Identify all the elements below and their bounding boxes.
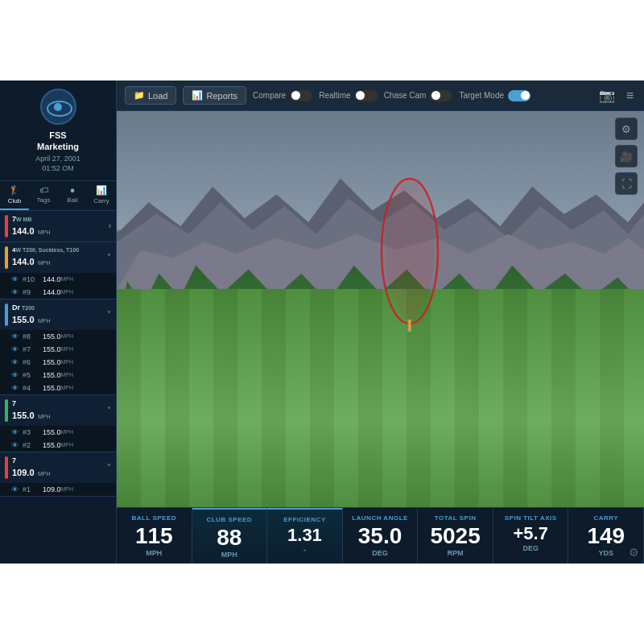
club-color-7g xyxy=(5,399,8,422)
stat-value: 35.0 xyxy=(358,525,402,547)
menu-button[interactable]: ≡ xyxy=(624,86,636,105)
list-item: 👁 #8 155.0 MPH xyxy=(0,330,116,343)
tab-tags-label: Tags xyxy=(37,196,51,204)
sub-club-name: #7 xyxy=(23,345,39,353)
stat-total-spin: TOTAL SPIN 5025 RPM xyxy=(418,508,493,564)
club-color-7r xyxy=(5,456,8,479)
chasecam-toggle[interactable] xyxy=(430,90,452,101)
sub-club-name: #3 xyxy=(23,428,39,436)
club-info-7g: 7 155.0 MPH xyxy=(12,399,104,422)
club-subitems-7r: 👁 #1 109.0 MPH xyxy=(0,483,116,496)
sub-club-speed: 155.0 xyxy=(43,384,61,392)
realtime-toggle[interactable] xyxy=(355,90,378,101)
club-group-dr-header[interactable]: Dr T200 155.0 MPH ˅ xyxy=(0,299,116,330)
view-icons: ⚙ 🎥 ⛶ xyxy=(615,118,638,195)
sub-club-speed: 144.0 xyxy=(43,288,61,296)
stat-label: CLUB SPEED xyxy=(207,516,253,523)
expand-view-button[interactable]: ⛶ xyxy=(615,172,638,195)
settings-view-button[interactable]: ⚙ xyxy=(615,118,638,140)
carry-icon: 📊 xyxy=(96,185,107,196)
club-speed-7g: 155.0 xyxy=(12,411,35,420)
eye-icon: 👁 xyxy=(11,288,19,296)
stat-efficiency: EFFICIENCY 1.31 - xyxy=(267,508,343,564)
main-area: 📁 Load 📊 Reports Compare Realtime Chase … xyxy=(117,80,644,564)
realtime-toggle-group: Realtime xyxy=(319,90,377,101)
sub-club-speed: 155.0 xyxy=(43,371,61,379)
targetmode-toggle-group: Target Mode xyxy=(459,90,530,101)
targetmode-toggle[interactable] xyxy=(508,90,530,101)
stats-gear-button[interactable]: ⚙ xyxy=(629,546,639,559)
list-item: 👁 #2 155.0 MPH xyxy=(0,439,116,452)
list-item: 👁 #3 155.0 MPH xyxy=(0,426,116,439)
golf-course xyxy=(117,111,644,507)
eye-icon: 👁 xyxy=(11,428,19,436)
video-button[interactable]: 📷 xyxy=(597,85,617,105)
sub-club-speed: 155.0 xyxy=(43,332,61,341)
tab-club-label: Club xyxy=(8,197,21,204)
sub-club-name: #10 xyxy=(23,275,39,283)
list-item: 👁 #1 109.0 MPH xyxy=(0,483,116,496)
load-label: Load xyxy=(148,91,167,101)
sub-club-name: #8 xyxy=(23,332,39,341)
compare-toggle[interactable] xyxy=(290,90,312,101)
stat-label: LAUNCH ANGLE xyxy=(352,514,408,522)
club-info-4w: 4W T200, Suckless, T100 144.0 MPH xyxy=(12,246,104,268)
stat-label: SPIN TILT AXIS xyxy=(505,514,557,522)
eye-icon: 👁 xyxy=(11,485,19,493)
club-name-7g: 7 xyxy=(12,399,104,407)
club-info-dr: Dr T200 155.0 MPH xyxy=(12,303,104,326)
club-subitems-dr: 👁 #8 155.0 MPH 👁 #7 155.0 MPH 👁 #6 xyxy=(0,330,116,394)
club-group-7w-header[interactable]: 7W MB 144.0 MPH › xyxy=(0,211,116,242)
tab-tags[interactable]: 🏷 Tags xyxy=(29,181,58,210)
stat-label: BALL SPEED xyxy=(132,514,177,522)
club-group-7r-header[interactable]: 7 109.0 MPH ˅ xyxy=(0,452,116,483)
chevron-7g: ˅ xyxy=(107,406,111,415)
sub-club-name: #1 xyxy=(23,485,39,493)
chevron-7w: › xyxy=(109,221,111,230)
tab-carry-label: Carry xyxy=(93,197,109,204)
chevron-dr: ˅ xyxy=(107,310,111,319)
tags-icon: 🏷 xyxy=(39,185,48,195)
eye-icon: 👁 xyxy=(11,441,19,449)
sidebar-tabs: 🏌 Club 🏷 Tags ● Ball 📊 Carry xyxy=(0,181,116,211)
chasecam-toggle-group: Chase Cam xyxy=(384,90,453,101)
list-item: 👁 #5 155.0 MPH xyxy=(0,369,116,382)
club-group-7g-header[interactable]: 7 155.0 MPH ˅ xyxy=(0,395,116,426)
compare-toggle-group: Compare xyxy=(253,90,312,101)
eye-icon: 👁 xyxy=(11,345,19,353)
profile-name: FSSMarketing xyxy=(37,130,79,153)
folder-icon: 📁 xyxy=(134,90,145,101)
club-group-4w-header[interactable]: 4W T200, Suckless, T100 144.0 MPH ˅ xyxy=(0,242,116,273)
eye-icon: 👁 xyxy=(11,275,19,283)
list-item: 👁 #6 155.0 MPH xyxy=(0,356,116,369)
load-button[interactable]: 📁 Load xyxy=(125,86,176,105)
sidebar: FSSMarketing April 27, 2001 01:52 OM 🏌 C… xyxy=(0,80,117,564)
stat-unit: DEG xyxy=(372,549,388,557)
club-speed-4w: 144.0 xyxy=(12,257,35,266)
tab-ball[interactable]: ● Ball xyxy=(58,181,87,210)
stat-club-speed: CLUB SPEED 88 MPH xyxy=(192,508,268,564)
club-name-dr: Dr T200 xyxy=(12,303,104,312)
reports-button[interactable]: 📊 Reports xyxy=(183,86,246,105)
stat-value: +5.7 xyxy=(513,525,547,543)
reports-label: Reports xyxy=(206,91,237,101)
tab-carry[interactable]: 📊 Carry xyxy=(87,181,116,210)
club-group-7r: 7 109.0 MPH ˅ 👁 #1 109.0 MPH xyxy=(0,452,116,497)
stat-value: 1.31 xyxy=(287,526,322,544)
camera-view-button[interactable]: 🎥 xyxy=(615,145,638,167)
club-group-4w: 4W T200, Suckless, T100 144.0 MPH ˅ 👁 #1… xyxy=(0,242,116,299)
sub-club-speed: 155.0 xyxy=(43,345,61,353)
tab-club[interactable]: 🏌 Club xyxy=(0,181,29,210)
stat-unit: MPH xyxy=(221,551,237,559)
club-name-7r: 7 xyxy=(12,456,104,464)
stat-value: 88 xyxy=(217,526,242,549)
logo xyxy=(40,89,76,125)
logo-icon xyxy=(47,101,69,114)
club-subitems-7g: 👁 #3 155.0 MPH 👁 #2 155.0 MPH xyxy=(0,426,116,452)
chart-icon: 📊 xyxy=(192,90,203,101)
chevron-7r: ˅ xyxy=(107,463,111,472)
stat-unit: MPH xyxy=(146,549,162,557)
realtime-label: Realtime xyxy=(319,91,350,100)
club-group-dr: Dr T200 155.0 MPH ˅ 👁 #8 155.0 MPH 👁 #7 xyxy=(0,299,116,395)
sub-club-name: #6 xyxy=(23,358,39,366)
